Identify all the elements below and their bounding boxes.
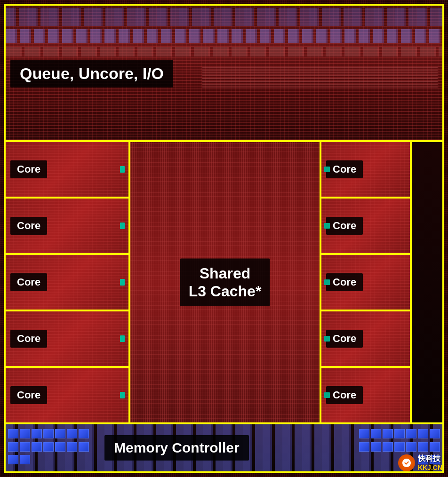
core-label-box: Core: [326, 217, 363, 235]
h-line: [202, 70, 438, 71]
blue-block: [8, 455, 18, 464]
blue-block: [43, 429, 54, 438]
blue-block: [32, 442, 42, 452]
blue-block: [79, 429, 89, 438]
core-label: Core: [333, 389, 356, 401]
blue-block: [67, 442, 77, 452]
core-label: Core: [17, 163, 40, 175]
blue-blocks-left: [6, 427, 100, 469]
core-label: Core: [17, 220, 40, 231]
blue-block: [20, 455, 30, 464]
blue-block: [359, 442, 369, 452]
blue-block: [32, 429, 42, 438]
core-cell-right-3: Core: [321, 311, 410, 368]
core-cell-right-0: Core: [321, 142, 410, 199]
core-label: Core: [17, 333, 40, 344]
blue-block: [371, 442, 381, 452]
blue-block: [371, 429, 381, 438]
core-label-box: Core: [326, 330, 363, 348]
blue-block: [8, 429, 18, 438]
cache-label-box: SharedL3 Cache*: [180, 259, 270, 306]
core-label-box: Core: [326, 273, 363, 291]
blue-block: [8, 442, 18, 452]
blue-block: [383, 429, 393, 438]
core-cell-left-2: Core: [6, 255, 128, 311]
top-section: Queue, Uncore, I/O: [6, 6, 442, 142]
chip-diagram: Queue, Uncore, I/O Core Core: [0, 0, 448, 477]
blue-block: [406, 429, 416, 438]
blue-block: [406, 442, 416, 452]
middle-section: Core Core Core: [6, 142, 442, 424]
core-cell-left-3: Core: [6, 311, 128, 368]
bottom-section: Memory Controller: [6, 424, 442, 471]
core-label-box: Core: [326, 160, 363, 178]
core-label-box: Core: [326, 386, 363, 404]
watermark: 快科技 KKJ.CN: [398, 454, 442, 471]
circuit-row-3: [6, 47, 442, 56]
blue-block: [20, 429, 30, 438]
core-label-box: Core: [10, 386, 47, 404]
core-cell-right-4: Core: [321, 368, 410, 422]
h-line: [202, 72, 438, 73]
uncore-label-box: Queue, Uncore, I/O: [10, 60, 173, 87]
core-cell-right-2: Core: [321, 255, 410, 311]
memory-label: Memory Controller: [114, 440, 240, 455]
blue-block: [418, 442, 428, 452]
blue-block: [67, 429, 77, 438]
core-cell-left-1: Core: [6, 199, 128, 255]
l3-cache-section: SharedL3 Cache*: [130, 142, 321, 422]
h-line: [202, 87, 438, 87]
h-line: [202, 67, 438, 68]
h-line: [202, 81, 438, 82]
blue-block: [394, 429, 405, 438]
right-cores-column: Core Core Core: [321, 142, 412, 422]
core-cell-right-1: Core: [321, 199, 410, 255]
blue-block: [20, 442, 30, 452]
memory-label-box: Memory Controller: [104, 435, 249, 461]
logo-icon: [401, 457, 412, 469]
core-label-box: Core: [10, 273, 47, 291]
core-label: Core: [333, 333, 356, 344]
watermark-text-group: 快科技 KKJ.CN: [418, 454, 442, 471]
watermark-logo: [398, 454, 415, 471]
h-line: [202, 78, 438, 79]
h-lines: [202, 67, 442, 87]
core-label: Core: [17, 276, 40, 288]
core-cell-left-0: Core: [6, 142, 128, 199]
blue-block: [430, 442, 440, 452]
blue-block: [55, 429, 65, 438]
left-cores-column: Core Core Core: [6, 142, 130, 422]
core-label: Core: [17, 389, 40, 401]
h-line: [202, 75, 438, 76]
blue-block: [418, 429, 428, 438]
core-cell-left-4: Core: [6, 368, 128, 422]
h-line: [202, 84, 438, 85]
blue-block: [383, 442, 393, 452]
cache-label: SharedL3 Cache*: [189, 265, 262, 300]
blue-block: [79, 442, 89, 452]
watermark-site: KKJ.CN: [418, 464, 442, 471]
core-label-box: Core: [10, 160, 47, 178]
blue-block: [55, 442, 65, 452]
uncore-label: Queue, Uncore, I/O: [20, 64, 164, 82]
blue-block: [394, 442, 405, 452]
blue-block: [430, 429, 440, 438]
circuit-row-1: [6, 8, 442, 26]
blue-block: [43, 442, 54, 452]
core-label-box: Core: [10, 217, 47, 235]
far-right-area: [412, 142, 442, 422]
main-frame: Queue, Uncore, I/O Core Core: [4, 4, 444, 473]
core-label-box: Core: [10, 330, 47, 348]
blue-block: [359, 429, 369, 438]
watermark-brand: 快科技: [418, 454, 440, 464]
core-label: Core: [333, 220, 356, 231]
core-label: Core: [333, 163, 356, 175]
circuit-row-2: [6, 29, 442, 43]
core-label: Core: [333, 276, 356, 288]
